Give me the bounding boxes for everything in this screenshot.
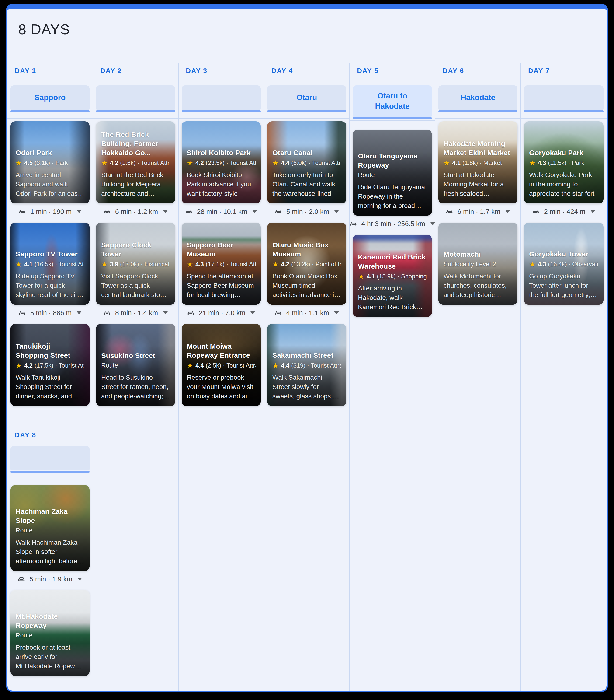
day-chip-3[interactable]: [182, 85, 261, 112]
car-icon: [350, 221, 358, 227]
place-rating: ★ 4.2 (13.2k) · Point of Inter...: [272, 261, 341, 268]
place-card-otaru-music-box-museum[interactable]: Otaru Music Box Museum ★ 4.2 (13.2k) · P…: [267, 223, 346, 305]
place-card-kanemori-warehouse[interactable]: Kanemori Red Brick Warehouse ★ 4.1 (15.9…: [353, 235, 432, 317]
place-title: Sakaimachi Street: [272, 351, 341, 360]
day-chip-4[interactable]: Otaru: [267, 85, 346, 112]
star-icon: ★: [101, 160, 107, 166]
day-chip-2[interactable]: [96, 85, 175, 112]
place-rating: ★ 3.9 (17.0k) · Historical La...: [101, 261, 170, 268]
chevron-down-icon: [77, 210, 81, 213]
place-card-sapporo-clock-tower[interactable]: Sapporo Clock Tower ★ 3.9 (17.0k) · Hist…: [96, 223, 175, 305]
rating-meta: (319) · Tourist Attract...: [291, 362, 341, 369]
transit-row[interactable]: 6 min · 1.2 km: [96, 203, 175, 220]
day-chip-3-underline: [182, 110, 261, 112]
place-card-mount-moiwa[interactable]: Mount Moiwa Ropeway Entrance ★ 4.4 (2.5k…: [182, 324, 261, 406]
rating-value: 4.2: [281, 261, 290, 268]
page-title: 8 DAYS: [18, 22, 606, 37]
rating-meta: (2.5k) · Tourist Attrac...: [206, 362, 256, 369]
chevron-down-icon: [252, 210, 257, 213]
car-icon: [187, 310, 196, 316]
transit-text: 6 min · 1.2 km: [115, 208, 158, 216]
place-card-otaru-tenguyama-ropeway[interactable]: Otaru Tenguyama Ropeway Route Ride Otaru…: [353, 130, 432, 216]
place-description: Ride up Sapporo TV Tower for a quick sky…: [16, 272, 85, 300]
place-title: Susukino Street: [101, 351, 170, 360]
place-card-odori-park[interactable]: Odori Park ★ 4.5 (3.1k) · Park Arrive in…: [11, 121, 90, 203]
transit-row[interactable]: 21 min · 7.0 km: [182, 305, 261, 321]
star-icon: ★: [272, 261, 279, 268]
place-description: Head to Susukino Street for ramen, neon,…: [101, 373, 170, 401]
place-card-red-brick-building[interactable]: The Red Brick Building: Former Hokkaido …: [96, 121, 175, 203]
header-row-divider: [93, 118, 178, 118]
place-card-sapporo-tv-tower[interactable]: Sapporo TV Tower ★ 4.1 (16.5k) · Tourist…: [11, 223, 90, 305]
transit-row[interactable]: 28 min · 10.1 km: [182, 203, 261, 220]
place-card-goryokaku-park[interactable]: Goryokaku Park ★ 4.3 (11.5k) · Park Walk…: [524, 121, 603, 203]
place-card-goryokaku-tower[interactable]: Goryōkaku Tower ★ 4.3 (16.4k) · Observat…: [524, 223, 603, 305]
rating-meta: (1.6k) · Tourist Attract...: [120, 159, 170, 166]
transit-text: 2 min · 424 m: [544, 208, 585, 216]
place-card-hakodate-morning-market[interactable]: Hakodate Morning Market Ekini Market ★ 4…: [438, 121, 517, 203]
transit-text: 1 min · 190 m: [30, 208, 72, 216]
place-card-otaru-canal[interactable]: Otaru Canal ★ 4.4 (6.0k) · Tourist Attra…: [267, 121, 346, 203]
day-chip-7-underline: [524, 110, 603, 112]
chevron-down-icon: [163, 210, 168, 213]
transit-row[interactable]: 4 hr 3 min · 256.5 km: [353, 216, 432, 232]
place-subtitle: Sublocality Level 2: [444, 261, 512, 268]
place-card-mt-hakodate-ropeway[interactable]: Mt.Hakodate Ropeway Route Prebook or at …: [11, 590, 90, 676]
day-chip-6[interactable]: Hakodate: [438, 85, 517, 112]
transit-row[interactable]: 2 min · 424 m: [524, 203, 603, 220]
chevron-down-icon: [505, 210, 510, 213]
place-description: Walk Motomachi for churches, consulates,…: [444, 272, 512, 300]
transit-row[interactable]: 8 min · 1.4 km: [96, 305, 175, 321]
place-rating: ★ 4.1 (1.8k) · Market: [444, 159, 512, 166]
transit-row[interactable]: 5 min · 886 m: [11, 305, 90, 321]
transit-text: 21 min · 7.0 km: [199, 309, 245, 317]
place-title: Hachiman Zaka Slope: [16, 507, 85, 525]
transit-row[interactable]: 1 min · 190 m: [11, 203, 90, 220]
car-icon: [19, 310, 27, 316]
star-icon: ★: [187, 362, 193, 369]
star-icon: ★: [358, 273, 364, 280]
chevron-down-icon: [77, 312, 81, 314]
place-card-tanukikoji[interactable]: Tanukikoji Shopping Street ★ 4.2 (17.5k)…: [11, 324, 90, 406]
place-card-shiroi-koibito-park[interactable]: Shiroi Koibito Park ★ 4.2 (23.5k) · Tour…: [182, 121, 261, 203]
transit-row[interactable]: 4 min · 1.1 km: [267, 305, 346, 321]
car-icon: [18, 576, 26, 583]
day-chip-5[interactable]: Otaru to Hakodate: [353, 85, 432, 120]
place-title: Sapporo Clock Tower: [101, 240, 170, 259]
transit-row[interactable]: 5 min · 2.0 km: [267, 203, 346, 220]
star-icon: ★: [529, 160, 535, 166]
car-icon: [446, 208, 454, 215]
transit-row[interactable]: 6 min · 1.7 km: [438, 203, 517, 220]
car-icon: [275, 310, 283, 316]
place-rating: ★ 4.4 (2.5k) · Tourist Attrac...: [187, 362, 256, 369]
day-chip-8[interactable]: [11, 446, 90, 473]
day-chip-1-label: Sapporo: [35, 92, 66, 103]
transit-text: 5 min · 886 m: [30, 309, 72, 317]
day-chip-5-label: Otaru to Hakodate: [364, 91, 420, 111]
itinerary-window: 8 DAYS DAY 1 Sapporo Odori Park ★: [6, 4, 608, 692]
place-card-motomachi[interactable]: Motomachi Sublocality Level 2 Walk Motom…: [438, 223, 517, 305]
place-title: Sapporo Beer Museum: [187, 240, 256, 259]
empty-column: [350, 422, 435, 691]
star-icon: ★: [187, 261, 193, 268]
day-column-8: DAY 8 Hachiman Zaka Slope Route Walk Hac…: [8, 422, 93, 691]
place-card-hachiman-zaka-slope[interactable]: Hachiman Zaka Slope Route Walk Hachiman …: [11, 485, 90, 571]
place-description: Walk Hachiman Zaka Slope in softer after…: [16, 538, 85, 566]
rating-meta: (1.8k) · Market: [462, 159, 502, 166]
star-icon: ★: [272, 160, 279, 166]
rating-value: 4.2: [110, 159, 118, 166]
place-card-sapporo-beer-museum[interactable]: Sapporo Beer Museum ★ 4.3 (17.1k) · Tour…: [182, 223, 261, 305]
transit-row[interactable]: 5 min · 1.9 km: [11, 571, 90, 587]
day-chip-7[interactable]: [524, 85, 603, 112]
place-rating: ★ 4.3 (11.5k) · Park: [529, 159, 598, 166]
place-card-sakaimachi-street[interactable]: Sakaimachi Street ★ 4.4 (319) · Tourist …: [267, 324, 346, 406]
car-icon: [533, 208, 541, 215]
day-header-3: DAY 3: [186, 67, 261, 75]
day-chip-1[interactable]: Sapporo: [11, 85, 90, 112]
rating-meta: (23.5k) · Tourist Attra...: [206, 159, 256, 166]
place-card-susukino-street[interactable]: Susukino Street Route Head to Susukino S…: [96, 324, 175, 406]
place-description: Arrive in central Sapporo and walk Odori…: [16, 170, 85, 198]
place-description: Ride Otaru Tenguyama Ropeway in the morn…: [358, 183, 427, 211]
rating-value: 4.4: [195, 362, 204, 369]
rating-meta: (16.5k) · Tourist Attra...: [35, 261, 85, 268]
